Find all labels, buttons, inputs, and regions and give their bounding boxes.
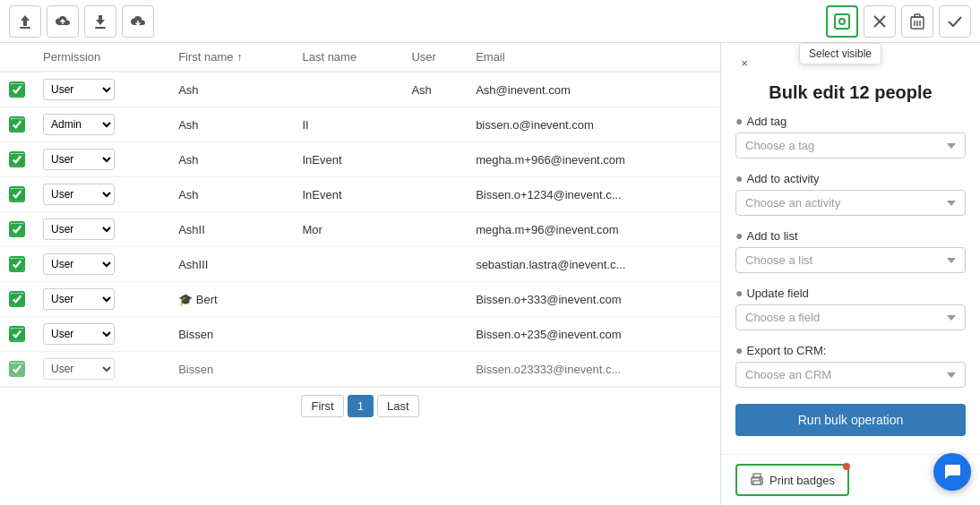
table-header-row: Permission First name ↑ Last name User E…	[0, 43, 720, 72]
permission-select[interactable]: UserAdmin	[43, 79, 115, 100]
first-name-header[interactable]: First name ↑	[169, 43, 293, 72]
svg-rect-1	[95, 27, 106, 29]
permission-select[interactable]: UserAdmin	[43, 288, 115, 310]
email-cell: megha.m+966@inevent.com	[467, 142, 720, 177]
last-name-cell: II	[293, 107, 402, 142]
row-checkbox-cell	[0, 212, 34, 247]
permission-select[interactable]: UserAdmin	[43, 323, 115, 345]
permission-select[interactable]: UserAdmin	[43, 218, 115, 240]
add-activity-select[interactable]: Choose an activity	[735, 190, 966, 216]
main-content: Permission First name ↑ Last name User E…	[0, 43, 980, 505]
download-button[interactable]	[84, 5, 116, 38]
panel-title: Bulk edit 12 people	[721, 82, 980, 114]
email-cell: Bissen.o23333@inevent.c...	[467, 352, 720, 387]
first-name-cell: Ash	[169, 107, 293, 142]
email-cell: Bissen.o+333@inevent.com	[467, 282, 720, 317]
table-row: UserAdminAshAshAsh@inevent.com	[0, 72, 720, 107]
row-checkbox[interactable]	[11, 118, 23, 132]
table-row: UserAdminBissenBissen.o23333@inevent.c..…	[0, 352, 720, 387]
first-name-cell: Bissen	[169, 352, 293, 387]
checkbox-wrapper	[9, 81, 25, 98]
bullet-icon-3: ●	[735, 228, 743, 243]
svg-rect-0	[20, 27, 30, 29]
row-checkbox[interactable]	[11, 293, 23, 306]
last-page-button[interactable]: Last	[377, 395, 419, 417]
checkbox-wrapper	[9, 221, 25, 237]
permission-select[interactable]: UserAdmin	[43, 253, 115, 275]
add-tag-select[interactable]: Choose a tag	[735, 133, 966, 158]
permission-cell: UserAdmin	[34, 352, 169, 387]
permission-cell: UserAdmin	[34, 72, 169, 107]
row-checkbox-cell	[0, 72, 34, 107]
bullet-icon: ●	[735, 114, 743, 128]
last-name-cell: Mor	[293, 212, 402, 247]
checkbox-wrapper	[9, 291, 25, 307]
row-checkbox[interactable]	[11, 363, 23, 376]
check-icon	[948, 15, 962, 28]
bullet-icon-4: ●	[735, 286, 743, 300]
email-cell: Bissen.o+1234@inevent.c...	[467, 177, 720, 212]
export-crm-section: ● Export to CRM: Choose an CRM	[735, 343, 966, 388]
cloud-upload-button[interactable]	[47, 5, 79, 38]
trash-icon	[910, 13, 924, 30]
permission-select[interactable]: UserAdmin	[43, 149, 115, 170]
first-page-button[interactable]: First	[301, 395, 343, 417]
table-row: UserAdminBissenBissen.o+235@inevent.com	[0, 317, 720, 352]
row-checkbox[interactable]	[11, 328, 23, 341]
permission-select[interactable]: UserAdmin	[43, 184, 115, 205]
permission-cell: UserAdmin	[34, 142, 169, 177]
user-cell: Ash	[402, 72, 467, 107]
table-row: UserAdminAshInEventBissen.o+1234@inevent…	[0, 177, 720, 212]
select-visible-icon	[833, 13, 851, 30]
print-badges-button[interactable]: Print badges	[735, 464, 849, 496]
chat-icon	[942, 462, 962, 482]
row-checkbox[interactable]	[11, 83, 23, 97]
row-checkbox-cell	[0, 282, 34, 317]
checkbox-wrapper	[9, 116, 25, 133]
last-name-cell	[293, 317, 402, 352]
bullet-icon-2: ●	[735, 171, 743, 185]
cloud-download-icon	[130, 13, 146, 30]
close-toolbar-icon	[873, 15, 886, 28]
first-name-cell: Ash	[169, 177, 293, 212]
first-name-cell: Bissen	[169, 317, 293, 352]
first-name-cell: Ash	[169, 142, 293, 177]
row-checkbox[interactable]	[11, 153, 23, 167]
panel-scrollable: ● Add tag Choose a tag ● Add to activity…	[721, 114, 980, 454]
permission-cell: UserAdmin	[34, 177, 169, 212]
export-crm-select[interactable]: Choose an CRM	[735, 362, 966, 388]
email-cell: megha.m+96@inevent.com	[467, 212, 720, 247]
row-checkbox-cell	[0, 142, 34, 177]
bullet-icon-5: ●	[735, 343, 743, 357]
toolbar-right: Select visible	[826, 5, 971, 38]
close-toolbar-button[interactable]	[864, 5, 896, 38]
row-checkbox[interactable]	[11, 223, 23, 236]
last-name-cell: InEvent	[293, 177, 402, 212]
print-dot-indicator	[843, 463, 850, 470]
checkbox-wrapper	[9, 151, 25, 167]
update-field-select[interactable]: Choose a field	[735, 304, 966, 330]
row-checkbox[interactable]	[11, 258, 23, 271]
select-visible-button[interactable]	[826, 5, 858, 38]
chat-bubble[interactable]	[933, 453, 971, 491]
cloud-download-button[interactable]	[122, 5, 154, 38]
permission-select[interactable]: UserAdmin	[43, 114, 115, 135]
delete-toolbar-button[interactable]	[901, 5, 933, 38]
page-1-button[interactable]: 1	[348, 395, 374, 417]
user-cell	[402, 352, 467, 387]
user-cell	[402, 212, 467, 247]
user-cell	[402, 142, 467, 177]
table-area: Permission First name ↑ Last name User E…	[0, 43, 720, 505]
row-checkbox[interactable]	[11, 188, 23, 201]
panel-close-button[interactable]: ×	[732, 50, 757, 75]
main-toolbar: Select visible	[0, 0, 980, 43]
checkbox-wrapper	[9, 256, 25, 272]
run-bulk-operation-button[interactable]: Run bulk operation	[735, 404, 966, 436]
last-name-header: Last name	[293, 43, 402, 72]
confirm-toolbar-button[interactable]	[939, 5, 971, 38]
upload-button[interactable]	[9, 5, 41, 38]
add-list-select[interactable]: Choose a list	[735, 247, 966, 273]
user-cell	[402, 177, 467, 212]
permission-select[interactable]: UserAdmin	[43, 358, 115, 380]
last-name-cell: InEvent	[293, 142, 402, 177]
